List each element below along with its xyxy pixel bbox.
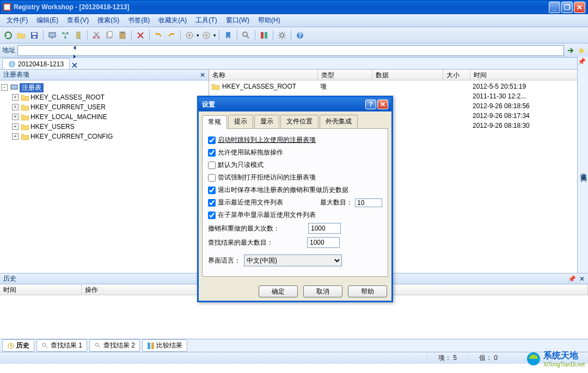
find-icon[interactable] <box>240 29 252 41</box>
tab-compare[interactable]: 比较结果 <box>142 339 187 352</box>
back-icon[interactable] <box>183 29 195 41</box>
expand-toggle[interactable]: − <box>1 84 8 91</box>
app-icon <box>3 3 11 11</box>
dialog-titlebar[interactable]: 设置 ? ✕ <box>199 97 391 111</box>
tree-panel-title: 注册表项 <box>3 70 29 79</box>
minimize-button[interactable]: _ <box>549 2 560 13</box>
history-close-icon[interactable]: ✕ <box>579 275 585 283</box>
tab-shell[interactable]: 外壳集成 <box>320 115 358 128</box>
tab-find1[interactable]: 查找结果 1 <box>36 339 87 352</box>
pin-icon[interactable]: 📌 <box>578 58 587 65</box>
status-values: 值： 0 <box>468 353 509 363</box>
menu-favorite[interactable]: 收藏夹(A) <box>155 15 190 26</box>
bookmark-icon[interactable] <box>222 29 234 41</box>
tab-general[interactable]: 常规 <box>202 115 227 129</box>
check-allow-drag[interactable] <box>208 149 216 157</box>
paste-icon[interactable] <box>117 29 128 41</box>
check-show-mru[interactable] <box>208 199 216 207</box>
usb-icon[interactable] <box>72 29 84 41</box>
expand-toggle[interactable]: + <box>12 123 19 130</box>
menu-search[interactable]: 搜索(S) <box>94 15 122 26</box>
registry-tree[interactable]: − 注册表 +HKEY_CLASSES_ROOT +HKEY_CURRENT_U… <box>0 80 209 273</box>
check-save-undo[interactable] <box>208 186 216 194</box>
copy-icon[interactable] <box>103 29 115 41</box>
col-time[interactable]: 时间 <box>470 70 588 80</box>
svg-text:?: ? <box>298 32 302 39</box>
favorites-rail[interactable]: 📌 收藏夹 <box>577 57 588 273</box>
menu-bookmark[interactable]: 书签(B) <box>125 15 153 26</box>
col-size[interactable]: 大小 <box>443 70 470 80</box>
find-max-input[interactable] <box>307 237 340 248</box>
check-jump-last[interactable] <box>208 136 216 144</box>
list-row[interactable]: HKEY_CLASSES_ROOT 项 2012-5-5 20:51:19 <box>211 82 586 91</box>
status-items: 项： 5 <box>427 353 468 363</box>
delete-icon[interactable] <box>134 29 146 41</box>
tree-item[interactable]: HKEY_USERS <box>30 123 75 130</box>
dialog-close-button[interactable]: ✕ <box>377 100 388 109</box>
menu-edit[interactable]: 编辑(E) <box>33 15 62 26</box>
tree-item[interactable]: HKEY_CLASSES_ROOT <box>30 94 105 101</box>
maxcount-input[interactable] <box>355 198 382 207</box>
redo-icon[interactable] <box>166 29 177 41</box>
tab-history[interactable]: 历史 <box>2 339 34 352</box>
menu-view[interactable]: 查看(V) <box>64 15 92 26</box>
maxcount-label: 最大数目： <box>320 198 353 207</box>
document-tabs: 20120418-1213 <box>0 58 588 70</box>
network-icon[interactable] <box>59 29 71 41</box>
col-type[interactable]: 类型 <box>318 70 372 80</box>
expand-toggle[interactable]: + <box>12 94 19 101</box>
tree-item[interactable]: HKEY_CURRENT_USER <box>30 103 106 111</box>
cut-icon[interactable] <box>90 29 102 41</box>
undo-max-input[interactable] <box>308 223 341 234</box>
dialog-help-button[interactable]: ? <box>365 100 376 109</box>
maximize-button[interactable]: ❐ <box>561 2 573 13</box>
tab-close-icon[interactable] <box>71 61 78 69</box>
tab-fileloc[interactable]: 文件位置 <box>280 115 318 128</box>
undo-icon[interactable] <box>152 29 164 41</box>
tab-next-icon[interactable] <box>71 53 78 60</box>
tab-display[interactable]: 显示 <box>254 115 279 128</box>
help-button[interactable]: 帮助 <box>348 285 387 297</box>
pin-icon[interactable]: 📌 <box>568 275 576 283</box>
dialog-tabs: 常规 提示 显示 文件位置 外壳集成 <box>202 115 388 129</box>
col-data[interactable]: 数据 <box>372 70 443 80</box>
tree-root[interactable]: 注册表 <box>20 83 44 92</box>
settings-icon[interactable] <box>276 29 288 41</box>
check-show-sub-mru[interactable] <box>208 212 216 219</box>
tree-item[interactable]: HKEY_LOCAL_MACHINE <box>30 113 107 121</box>
help-icon[interactable]: ? <box>294 29 306 41</box>
svg-point-22 <box>280 34 284 37</box>
ok-button[interactable]: 确定 <box>259 285 298 297</box>
history-title: 历史 <box>3 274 16 283</box>
tab-find2[interactable]: 查找结果 2 <box>89 339 140 352</box>
expand-toggle[interactable]: + <box>12 114 19 120</box>
forward-icon[interactable] <box>200 29 212 41</box>
tab-tip[interactable]: 提示 <box>228 115 253 128</box>
menu-help[interactable]: 帮助(H) <box>255 15 284 26</box>
refresh-icon[interactable] <box>2 29 14 41</box>
cancel-button[interactable]: 取消 <box>303 285 342 297</box>
tree-item[interactable]: HKEY_CURRENT_CONFIG <box>30 133 113 140</box>
document-tab[interactable]: 20120418-1213 <box>2 58 70 69</box>
address-label: 地址 <box>2 46 15 55</box>
computer-icon[interactable] <box>46 29 58 41</box>
tab-prev-icon[interactable] <box>71 44 78 52</box>
menu-tools[interactable]: 工具(T) <box>192 15 220 26</box>
close-button[interactable]: ✕ <box>574 2 585 13</box>
col-name[interactable]: 名称 <box>209 70 318 80</box>
menu-window[interactable]: 窗口(W) <box>223 15 253 26</box>
save-icon[interactable] <box>28 29 40 41</box>
check-force-open[interactable] <box>208 174 216 182</box>
expand-toggle[interactable]: + <box>12 133 19 140</box>
lang-select[interactable]: 中文(中国) <box>244 254 342 266</box>
check-readonly[interactable] <box>208 161 216 169</box>
list-header: 名称 类型 数据 大小 时间 <box>209 70 588 80</box>
menu-file[interactable]: 文件(F) <box>3 15 31 26</box>
folder-icon <box>21 123 29 130</box>
tree-panel-close-icon[interactable]: ✕ <box>200 71 205 79</box>
svg-rect-6 <box>51 38 53 39</box>
compare-icon[interactable] <box>258 29 270 41</box>
expand-toggle[interactable]: + <box>12 104 19 110</box>
hist-col-time[interactable]: 时间 <box>0 284 82 295</box>
open-icon[interactable] <box>15 29 27 41</box>
